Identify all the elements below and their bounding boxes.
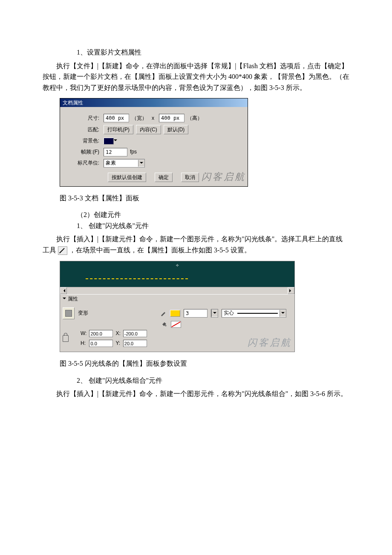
times-label: x: [150, 114, 156, 122]
stroke-style-preview-icon: [237, 313, 278, 314]
w-label: W:: [81, 330, 86, 338]
drawn-line-preview: [86, 278, 188, 279]
step-2-item-1: 1、 创建"闪光线条"元件: [43, 220, 349, 231]
fps-input[interactable]: 12: [104, 148, 127, 156]
width-input[interactable]: 400 px: [104, 114, 129, 122]
chevron-down-icon: [138, 160, 144, 167]
lock-aspect-icon[interactable]: [63, 335, 69, 342]
match-content-button[interactable]: 内容(C): [136, 125, 161, 134]
stroke-style-label: 实心: [222, 309, 236, 317]
stroke-color-swatch[interactable]: [170, 310, 180, 317]
stage-preview: ✧: [60, 261, 294, 287]
properties-panel-title: 属性: [68, 295, 78, 303]
fps-unit-label: fps: [130, 148, 137, 156]
step-1-paragraph: 执行【文件】|【新建】命令，在弹出的面板中选择【常规】|【Flash 文档】选项…: [43, 61, 349, 93]
stroke-weight-stepper[interactable]: [211, 309, 218, 318]
background-label: 背景色:: [65, 137, 101, 145]
properties-panel-header[interactable]: 属性: [60, 294, 294, 303]
dialog-title: 文档属性: [60, 98, 248, 107]
ok-button[interactable]: 确定: [155, 173, 173, 182]
step-2-paragraph-1: 执行【插入】|【新建元件】命令，新建一个图形元件，名称为"闪光线条"。选择工具栏…: [43, 234, 349, 255]
match-label: 匹配:: [65, 126, 101, 134]
stroke-weight-input[interactable]: 3: [184, 309, 208, 318]
paint-bucket-icon: [161, 321, 167, 328]
chevron-down-icon: [280, 310, 286, 317]
step-2-para-post: ，在场景中画一直线，在【属性】面板上作如图 3-5-5 设置。: [69, 246, 251, 254]
size-label: 尺寸:: [65, 114, 101, 122]
step-1-title: 1、设置影片文档属性: [43, 47, 349, 58]
stroke-style-combo[interactable]: 实心: [222, 309, 286, 318]
registration-point-icon: ✧: [176, 262, 179, 269]
document-properties-dialog: 文档属性 尺寸: 400 px （宽） x 400 px （高） 匹配: 打印机…: [60, 98, 248, 186]
height-suffix: （高）: [187, 114, 202, 122]
fps-label: 帧频:(F): [65, 148, 101, 156]
pencil-icon: [160, 310, 167, 317]
cancel-button[interactable]: 取消: [181, 173, 199, 182]
document-properties-dialog-figure: 文档属性 尺寸: 400 px （宽） x 400 px （高） 匹配: 打印机…: [60, 98, 349, 186]
background-color-swatch[interactable]: [104, 138, 114, 145]
ruler-unit-label: 标尺单位:: [65, 159, 101, 167]
step-2-title: （2）创建元件: [43, 209, 349, 220]
y-value-input[interactable]: 20.0: [123, 340, 147, 347]
shape-type-icon: [63, 307, 75, 319]
height-value-input[interactable]: 0.0: [89, 340, 113, 347]
x-value-input[interactable]: -200.0: [123, 330, 147, 337]
step-2-item-2: 2、 创建"闪光线条组合"元件: [43, 375, 349, 386]
collapse-triangle-icon: [63, 298, 66, 301]
step-2-paragraph-2: 执行【插入】|【新建元件】命令，新建一个图形元件，名称为"闪光线条组合"，如图 …: [43, 388, 349, 399]
ruler-unit-combo[interactable]: 象素: [104, 159, 145, 168]
scroll-right-button[interactable]: [288, 287, 294, 294]
x-label: X:: [115, 330, 120, 338]
fill-color-swatch[interactable]: [171, 321, 181, 328]
match-default-button[interactable]: 默认(D): [164, 125, 189, 134]
shape-type-label: 变形: [78, 309, 102, 317]
create-default-button[interactable]: 按默认值创建: [108, 173, 146, 182]
svg-point-0: [165, 325, 167, 326]
figure-3-5-3-caption: 图 3-5-3 文档【属性】面板: [60, 193, 349, 204]
scroll-left-button[interactable]: [60, 287, 67, 294]
properties-panel-figure: ✧ 属性 变形 3: [60, 261, 349, 352]
horizontal-scrollbar[interactable]: [60, 287, 294, 294]
tutorial-page: 1、设置影片文档属性 执行【文件】|【新建】命令，在弹出的面板中选择【常规】|【…: [0, 0, 392, 419]
h-label: H:: [81, 339, 86, 347]
width-suffix: （宽）: [132, 114, 147, 122]
width-value-input[interactable]: 200.0: [89, 330, 113, 337]
properties-panel: ✧ 属性 变形 3: [60, 261, 295, 352]
match-printer-button[interactable]: 打印机(P): [104, 125, 133, 134]
y-label: Y:: [115, 339, 120, 347]
height-input[interactable]: 400 px: [159, 114, 184, 122]
figure-3-5-5-caption: 图 3-5-5 闪光线条的【属性】面板参数设置: [60, 358, 349, 369]
chevron-down-icon: [211, 310, 218, 317]
line-tool-icon: [58, 246, 67, 255]
ruler-unit-value: 象素: [104, 159, 138, 167]
